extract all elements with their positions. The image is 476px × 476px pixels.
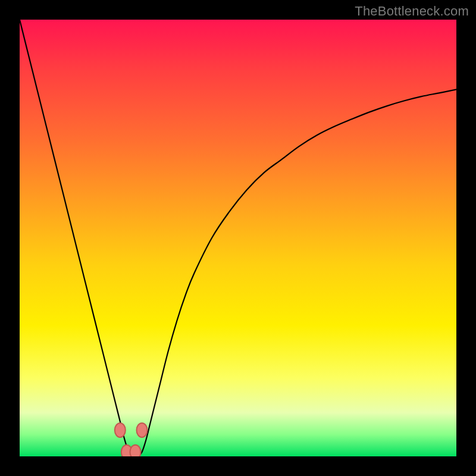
plot-area bbox=[20, 20, 456, 456]
chart-frame: TheBottleneck.com bbox=[0, 0, 476, 476]
chart-canvas bbox=[20, 20, 456, 456]
watermark-label: TheBottleneck.com bbox=[355, 4, 469, 19]
